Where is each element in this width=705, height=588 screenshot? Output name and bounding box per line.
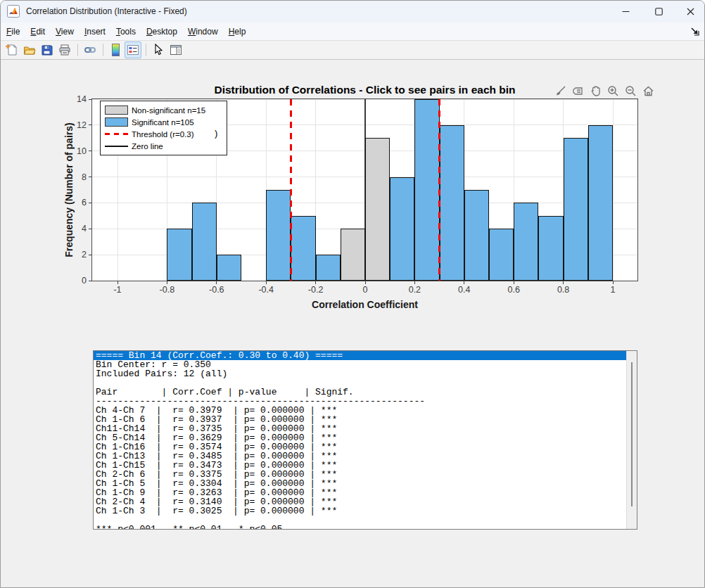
histogram-bar[interactable] [390, 177, 414, 281]
x-tick [613, 281, 614, 284]
red-dashed-line-swatch [105, 133, 128, 135]
print-figure-button[interactable] [56, 41, 73, 58]
x-tick-label: 0.4 [458, 285, 470, 295]
legend-label: Significant n=105 [132, 118, 194, 127]
zoom-out-icon[interactable] [624, 84, 637, 98]
save-figure-button[interactable] [39, 41, 56, 58]
y-tick [89, 203, 91, 203]
menu-bar: FileEditViewInsertToolsDesktopWindowHelp [1, 23, 704, 41]
close-button[interactable] [675, 1, 705, 23]
histogram-bar[interactable] [192, 203, 217, 281]
histogram-bar[interactable] [588, 125, 613, 281]
legend-entry: Non-significant n=15 [101, 104, 227, 116]
histogram-bar[interactable] [291, 216, 315, 281]
blue-fill-swatch [105, 117, 128, 127]
y-tick-label: 14 [58, 94, 87, 104]
report-line: Included Pairs: 12 (all) [94, 369, 627, 378]
zoom-in-icon[interactable] [606, 84, 620, 98]
report-line: Ch 1-Ch 3 | r= 0.3025 | p= 0.000000 | **… [94, 506, 627, 516]
y-tick [89, 255, 91, 255]
y-axis-label: Frequency (Number of pairs) [63, 122, 75, 257]
menu-desktop[interactable]: Desktop [146, 27, 183, 37]
toolbar-separator [103, 44, 103, 56]
threshold-line [290, 99, 292, 281]
y-tick [89, 177, 91, 177]
x-tick [216, 281, 217, 284]
x-tick-label: 0 [363, 285, 368, 295]
menu-window[interactable]: Window [188, 27, 224, 37]
x-tick-label: 0.2 [409, 285, 421, 295]
chart-legend[interactable]: Non-significant n=15Significant n=105Thr… [100, 101, 227, 155]
figure-toolbar [1, 41, 704, 60]
histogram-bar[interactable] [414, 99, 439, 281]
y-tick [89, 151, 91, 151]
histogram-bar[interactable] [464, 190, 489, 281]
window-title: Correlation Distribution (Interactive - … [26, 6, 187, 16]
edit-plot-cursor-button[interactable] [150, 41, 167, 58]
x-tick-label: 0.6 [507, 285, 519, 295]
datatip-icon[interactable] [571, 84, 585, 98]
open-file-button[interactable] [21, 41, 38, 58]
histogram-bar[interactable] [266, 190, 291, 281]
maximize-button[interactable] [643, 1, 674, 23]
menu-view[interactable]: View [56, 27, 80, 37]
dock-figure-icon[interactable] [690, 26, 699, 39]
x-tick [464, 281, 464, 284]
histogram-bar[interactable] [341, 229, 365, 281]
insert-legend-button[interactable] [125, 41, 141, 58]
histogram-bar[interactable] [440, 125, 464, 281]
histogram-bar[interactable] [538, 216, 563, 281]
scrollbar-thumb[interactable] [631, 362, 633, 506]
legend-entry: Significant n=105 [101, 116, 227, 128]
legend-label: Non-significant n=15 [132, 106, 205, 115]
y-tick-label: 0 [58, 276, 87, 286]
menu-insert[interactable]: Insert [84, 27, 111, 37]
legend-label: Zero line [132, 142, 163, 151]
report-line: *** p<0.001, ** p<0.01, * p<0.05 [94, 525, 627, 529]
histogram-bar[interactable] [564, 138, 588, 281]
histogram-bar[interactable] [316, 255, 341, 281]
x-tick-label: -0.8 [160, 285, 175, 295]
black-line-swatch [105, 146, 128, 147]
pan-icon[interactable] [589, 84, 602, 98]
legend-label: Threshold (r=0.3) [132, 130, 194, 139]
new-figure-button[interactable] [4, 41, 20, 58]
menu-edit[interactable]: Edit [30, 27, 51, 37]
menu-help[interactable]: Help [229, 27, 252, 37]
x-tick [167, 281, 167, 284]
occluded-text-artifact: ) [215, 128, 217, 139]
x-tick [315, 281, 316, 284]
matlab-logo-icon [7, 5, 20, 18]
histogram-bar[interactable] [167, 229, 191, 281]
toolbar-separator [146, 44, 146, 56]
legend-entry: Threshold (r=0.3) [101, 128, 227, 140]
menu-file[interactable]: File [6, 27, 25, 37]
histogram-bar[interactable] [365, 138, 390, 281]
histogram-bar[interactable] [514, 203, 538, 281]
axes-toolbar [554, 84, 655, 98]
histogram-bar[interactable] [489, 229, 514, 281]
menu-bar-items: FileEditViewInsertToolsDesktopWindowHelp [6, 27, 256, 37]
x-tick [563, 281, 564, 284]
property-editor-button[interactable] [167, 41, 184, 58]
x-tick-label: -0.2 [308, 285, 324, 295]
bin-report-panel: ===== Bin 14 (Corr.Coef.: 0.30 to 0.40) … [93, 350, 637, 530]
x-tick [118, 281, 118, 284]
title-bar: Correlation Distribution (Interactive - … [1, 1, 704, 23]
histogram-bar[interactable] [217, 255, 241, 281]
home-icon[interactable] [642, 84, 655, 98]
x-tick-label: -0.6 [209, 285, 224, 295]
matlab-figure-window: Correlation Distribution (Interactive - … [0, 0, 705, 588]
legend-entry: Zero line [101, 140, 227, 152]
link-plot-button[interactable] [82, 41, 99, 58]
report-scrollbar[interactable] [626, 351, 637, 529]
histogram-plot-area: Non-significant n=15Significant n=105Thr… [91, 98, 638, 281]
insert-colorbar-button[interactable] [107, 41, 124, 58]
brush-icon[interactable] [554, 84, 567, 98]
x-axis-label: Correlation Coefficient [92, 299, 637, 310]
x-tick [514, 281, 514, 284]
y-tick [89, 281, 91, 281]
menu-tools[interactable]: Tools [116, 27, 141, 37]
x-tick-label: 1 [611, 285, 616, 295]
minimize-button[interactable] [610, 1, 641, 23]
